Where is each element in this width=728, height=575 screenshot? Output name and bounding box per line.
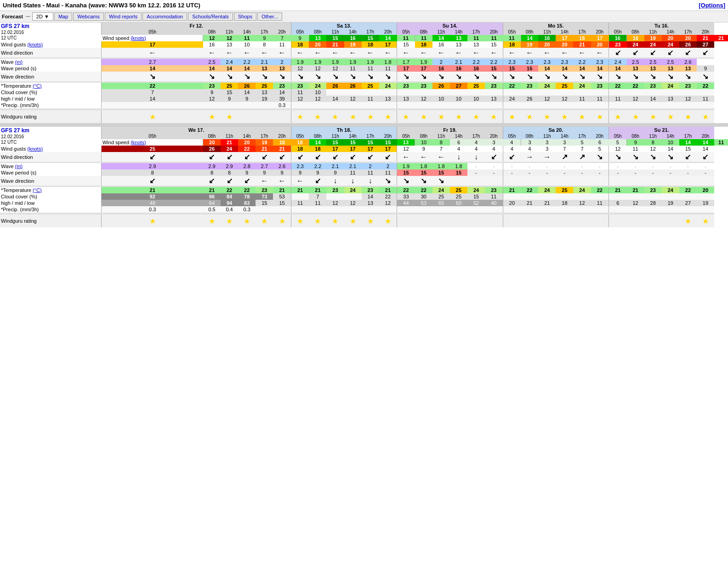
wind-dir-cell: ↙: [662, 48, 679, 57]
temp-link[interactable]: (°C): [33, 187, 42, 193]
wave-period-cell: 15: [432, 169, 450, 176]
model-name[interactable]: GFS 27 km: [1, 23, 29, 29]
wave-period-cell: -: [485, 169, 503, 176]
temp-link[interactable]: (°C): [33, 83, 42, 89]
nav-schools[interactable]: Schools/Rentals: [188, 12, 233, 21]
wave-cell: 2.5: [644, 59, 662, 65]
nav-shops[interactable]: Shops: [234, 12, 256, 21]
nav-other[interactable]: Other...: [257, 12, 282, 21]
windguru-rating-cell: ★: [326, 110, 344, 123]
wind-gusts-cell: 11: [273, 41, 291, 48]
wind-gusts-cell: 26: [679, 41, 697, 48]
cloud-top-cell: [591, 193, 609, 200]
cloud-top-cell: [627, 193, 644, 200]
wind-dir-cell: ↙: [503, 152, 521, 162]
wind-gusts-cell: 19: [521, 41, 538, 48]
cloud-mid-cell: 12: [203, 96, 221, 102]
wind-speed-cell: 3: [538, 139, 556, 146]
wave-cell: 1.9: [415, 59, 432, 65]
model-name[interactable]: GFS 27 km: [1, 127, 29, 134]
windguru-rating-cell: ★: [573, 110, 591, 123]
nav-wind-reports[interactable]: Wind reports: [105, 12, 142, 21]
temperature-cell: 26: [344, 83, 362, 89]
wave-link[interactable]: (m): [15, 59, 23, 65]
wind-gusts-cell: 15: [485, 41, 503, 48]
cloud-mid-cell: 19: [256, 96, 273, 102]
star-icon: ★: [279, 217, 285, 225]
temperature-cell: 23: [273, 83, 291, 89]
time-row: 05h08h11h14h17h20h05h08h11h14h17h20h05h0…: [0, 133, 728, 139]
nav-map[interactable]: Map: [54, 12, 72, 21]
wind-dir-cell: ↙: [627, 48, 644, 57]
wind-gusts-cell: 17: [379, 41, 397, 48]
wave-period-cell: 14: [573, 65, 591, 72]
temperature-cell: 21: [102, 187, 203, 193]
windguru-rating-cell: ★: [102, 110, 203, 123]
wind-dir-cell: ↙: [379, 152, 397, 162]
cloud-top-cell: [538, 193, 556, 200]
cloud-top-cell: [291, 193, 309, 200]
windguru-rating-cell: [556, 214, 573, 227]
precip-cell: [309, 102, 326, 108]
wind-gusts-link[interactable]: (knots): [27, 42, 43, 47]
precip-cell: [221, 102, 238, 108]
wave-period-cell: -: [467, 169, 485, 176]
wave-cell: 2.3: [521, 59, 538, 65]
precip-cell: [591, 102, 609, 108]
nav-2d[interactable]: 2D ▼: [32, 12, 53, 21]
wind-speed-row: Wind speed (knots)1212119791315161514111…: [0, 35, 728, 41]
time-cell: 14h: [556, 29, 573, 35]
nav-accommodation[interactable]: Accommodation: [142, 12, 187, 21]
wave-cell: 2.5: [627, 59, 644, 65]
options-link[interactable]: [Options]: [699, 2, 725, 9]
time-cell: 20h: [379, 133, 397, 139]
windguru-rating-cell: [450, 214, 467, 227]
wind-dir-cell: ↙: [697, 48, 714, 57]
wind-dir-cell: ←: [397, 152, 415, 162]
temperature-cell: 26: [432, 83, 450, 89]
wave-period-cell: 15: [521, 65, 538, 72]
cloud-top-cell: [432, 89, 450, 96]
temperature-cell: 21: [291, 187, 309, 193]
wind-gusts-cell: 18: [415, 41, 432, 48]
wave-cell: 1.8: [379, 59, 397, 65]
star-icon: ★: [332, 113, 338, 121]
wave-period-cell: 15: [397, 169, 415, 176]
windguru-rating-cell: ★: [344, 214, 362, 227]
time-cell: 14h: [238, 29, 256, 35]
star-icon: ★: [367, 113, 374, 121]
time-cell: 14h: [450, 133, 467, 139]
wind-speed-cell: 20: [679, 35, 697, 41]
wave-cell: -: [627, 163, 644, 169]
time-cell: 20h: [697, 133, 714, 139]
wind-dir-cell: ↘: [644, 152, 662, 162]
wave-period-cell: 16: [450, 65, 467, 72]
wind-speed-link[interactable]: (knots): [131, 35, 146, 41]
nav-webcams[interactable]: Webcams: [73, 12, 104, 21]
cloud-mid-cell: 15: [273, 200, 291, 206]
wave-link[interactable]: (m): [15, 163, 23, 169]
wind-dir-cell: ←: [591, 48, 609, 57]
wind-speed-cell: 18: [573, 35, 591, 41]
time-cell: 17h: [573, 29, 591, 35]
wind-speed-cell: 19: [644, 35, 662, 41]
wind-dir-cell: ←: [379, 48, 397, 57]
wave-period-cell: 15: [450, 169, 467, 176]
wave-cell: 2.6: [273, 163, 291, 169]
wind-gusts-cell: 24: [644, 41, 662, 48]
cloud-top-cell: [397, 89, 415, 96]
cloud-mid-cell: 14: [326, 96, 344, 102]
wind-speed-link[interactable]: (knots): [131, 140, 146, 145]
cloud-mid-cell: 12: [309, 96, 326, 102]
wave-period-cell: -: [591, 169, 609, 176]
temperature-cell: 22: [102, 83, 203, 89]
cloud-top-cell: 84: [221, 193, 238, 200]
wind-dir-cell: ←: [256, 48, 273, 57]
wind-dir-cell: ←: [291, 48, 309, 57]
wind-gusts-link[interactable]: (knots): [27, 146, 43, 152]
forecast-table-1: GFS 27 km12.02.201612 UTCFr 12.Sa 13.Su …: [0, 23, 728, 123]
windguru-rating-cell: ★: [503, 110, 521, 123]
time-cell: 11h: [432, 133, 450, 139]
temperature-cell: 22: [697, 83, 714, 89]
precip-cell: [644, 206, 662, 213]
